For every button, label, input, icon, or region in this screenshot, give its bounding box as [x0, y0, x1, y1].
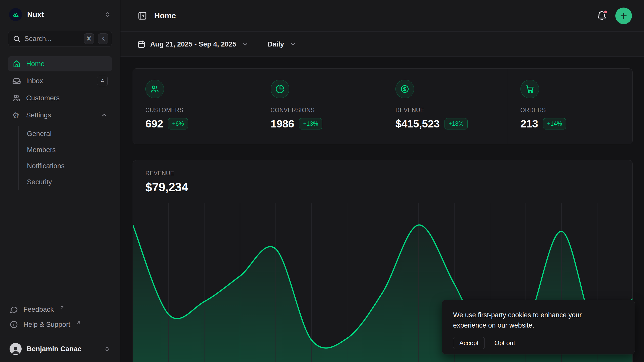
gear-icon: ⚙: [12, 111, 21, 119]
kbd-cmd: ⌘: [84, 33, 94, 44]
sidebar-item-label: Customers: [26, 94, 60, 102]
unread-dot: [603, 10, 608, 14]
stat-value: 692: [145, 118, 163, 130]
stat-card-customers[interactable]: CUSTOMERS 692 +6%: [133, 69, 258, 144]
chevron-down-icon: [242, 41, 249, 48]
granularity-label: Daily: [267, 40, 284, 48]
sidebar-item-feedback[interactable]: Feedback: [8, 302, 112, 317]
add-button[interactable]: [615, 8, 632, 24]
sidebar-item-security[interactable]: Security: [27, 174, 112, 190]
up-down-chevrons-icon: [104, 346, 110, 352]
inbox-unread-badge: 4: [97, 76, 108, 86]
top-header: Home: [120, 0, 644, 32]
stat-delta-badge: +13%: [299, 118, 322, 129]
sidebar-item-help-support[interactable]: Help & Support: [8, 317, 112, 332]
sidebar-item-label: Help & Support: [23, 321, 70, 329]
inbox-icon: [12, 77, 21, 85]
notifications-button[interactable]: [596, 10, 608, 22]
sidebar-item-label: Home: [26, 60, 45, 68]
sidebar-item-members[interactable]: Members: [27, 142, 112, 158]
plus-icon: [619, 11, 628, 20]
sidebar-item-label: Feedback: [23, 305, 54, 313]
header-actions: [596, 8, 632, 24]
sidebar-item-label: Settings: [26, 111, 51, 119]
sidebar-item-general[interactable]: General: [27, 126, 112, 142]
stat-label: ORDERS: [520, 107, 633, 114]
sidebar-nav: Home Inbox 4 Customers: [8, 56, 112, 190]
filters-toolbar: Aug 21, 2025 - Sep 4, 2025 Daily: [120, 32, 644, 57]
search-icon: [13, 35, 20, 42]
sidebar: Nuxt Search... ⌘ K Home: [0, 0, 120, 362]
kbd-k: K: [98, 33, 108, 44]
chat-bubble-icon: [10, 305, 18, 314]
stat-value: 213: [520, 118, 538, 130]
dollar-circle-icon: [395, 80, 414, 98]
avatar: [10, 343, 22, 355]
sidebar-item-inbox[interactable]: Inbox 4: [8, 73, 112, 88]
sidebar-item-settings[interactable]: ⚙ Settings: [8, 108, 112, 123]
external-link-icon: [76, 321, 81, 325]
opt-out-button[interactable]: Opt out: [494, 339, 515, 347]
user-name: Benjamin Canac: [27, 345, 82, 353]
page-title: Home: [154, 11, 176, 20]
sidebar-item-customers[interactable]: Customers: [8, 90, 112, 106]
nuxt-logo-icon: [9, 8, 22, 21]
stat-value: $415,523: [395, 118, 439, 130]
stat-label: CONVERSIONS: [271, 107, 383, 114]
revenue-chart-label: REVENUE: [145, 170, 620, 177]
date-range-picker[interactable]: Aug 21, 2025 - Sep 4, 2025: [137, 40, 249, 49]
panel-collapse-icon[interactable]: [137, 11, 148, 21]
stat-card-conversions[interactable]: CONVERSIONS 1986 +13%: [258, 69, 383, 144]
stat-delta-badge: +14%: [543, 118, 566, 129]
stats-row: CUSTOMERS 692 +6% CONVERSIONS 1986 +13% …: [133, 68, 633, 144]
stat-label: REVENUE: [395, 107, 508, 114]
date-range-label: Aug 21, 2025 - Sep 4, 2025: [150, 40, 236, 48]
info-circle-icon: [10, 320, 18, 329]
pie-chart-icon: [271, 80, 289, 98]
chevron-up-icon: [101, 112, 108, 119]
sidebar-item-notifications[interactable]: Notifications: [27, 158, 112, 174]
stat-value: 1986: [271, 118, 294, 130]
sidebar-item-label: Inbox: [26, 77, 43, 85]
search-input[interactable]: Search... ⌘ K: [8, 31, 112, 47]
chevron-down-icon: [290, 41, 297, 48]
workspace-name: Nuxt: [27, 10, 44, 19]
users-icon: [12, 94, 21, 102]
cart-icon: [520, 80, 539, 98]
up-down-chevrons-icon: [104, 11, 111, 18]
granularity-select[interactable]: Daily: [267, 40, 297, 48]
cookie-message: We use first-party cookies to enhance yo…: [453, 310, 609, 330]
users-icon: [145, 80, 164, 98]
revenue-chart-value: $79,234: [145, 180, 620, 194]
external-link-icon: [60, 305, 64, 310]
calendar-icon: [137, 40, 146, 49]
stat-delta-badge: +18%: [445, 118, 467, 129]
stat-label: CUSTOMERS: [145, 107, 258, 114]
user-menu[interactable]: Benjamin Canac: [8, 337, 112, 355]
search-placeholder: Search...: [24, 35, 80, 43]
stat-card-revenue[interactable]: REVENUE $415,523 +18%: [383, 69, 508, 144]
settings-sub-list: General Members Notifications Security: [18, 126, 112, 190]
cookie-banner: We use first-party cookies to enhance yo…: [442, 300, 635, 354]
sidebar-item-home[interactable]: Home: [8, 56, 112, 71]
stat-delta-badge: +6%: [168, 118, 188, 129]
home-icon: [12, 60, 21, 68]
accept-button[interactable]: Accept: [453, 337, 485, 349]
sidebar-spacer: [8, 190, 112, 302]
workspace-switcher[interactable]: Nuxt: [8, 8, 112, 22]
stat-card-orders[interactable]: ORDERS 213 +14%: [508, 69, 633, 144]
